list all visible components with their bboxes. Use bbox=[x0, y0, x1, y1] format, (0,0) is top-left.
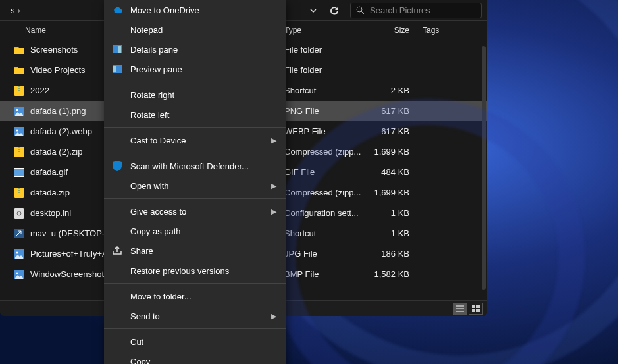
menu-item[interactable]: Notepad bbox=[104, 20, 286, 39]
menu-item[interactable]: Restore previous versions bbox=[104, 261, 286, 280]
menu-separator bbox=[104, 283, 286, 284]
column-header-type[interactable]: Type bbox=[284, 26, 365, 35]
svg-point-16 bbox=[16, 251, 18, 253]
file-type: Shortcut bbox=[284, 228, 365, 238]
link-icon bbox=[13, 228, 25, 240]
svg-rect-1 bbox=[14, 48, 24, 54]
menu-separator bbox=[104, 198, 286, 199]
search-input[interactable]: Search Pictures bbox=[350, 3, 482, 18]
thumbnails-view-button[interactable] bbox=[469, 303, 483, 315]
menu-item[interactable]: Share bbox=[104, 241, 286, 261]
file-size: 617 KB bbox=[365, 106, 416, 116]
menu-item[interactable]: Move to OneDrive bbox=[104, 0, 286, 20]
chevron-right-icon: ▶ bbox=[271, 312, 276, 321]
menu-separator bbox=[104, 153, 286, 153]
menu-item[interactable]: Copy bbox=[104, 351, 286, 364]
search-placeholder: Search Pictures bbox=[370, 5, 430, 15]
menu-item-label: Restore previous versions bbox=[130, 266, 229, 276]
file-type: Compressed (zipp... bbox=[284, 188, 365, 197]
menu-item-label: Share bbox=[130, 246, 153, 256]
share-icon bbox=[112, 246, 122, 256]
menu-item-label: Details pane bbox=[130, 45, 178, 55]
chevron-right-icon: › bbox=[18, 5, 20, 15]
menu-item[interactable]: Copy as path bbox=[104, 221, 286, 241]
menu-item-label: Give access to bbox=[130, 207, 186, 217]
chevron-right-icon: ▶ bbox=[271, 207, 276, 216]
menu-separator bbox=[104, 328, 286, 329]
file-size: 617 KB bbox=[365, 126, 416, 136]
svg-rect-26 bbox=[113, 66, 116, 72]
menu-item-label: Send to bbox=[130, 311, 160, 321]
details-icon bbox=[112, 44, 122, 55]
chevron-right-icon: ▶ bbox=[271, 136, 276, 145]
menu-item-label: Notepad bbox=[130, 25, 163, 35]
menu-item-label: Rotate left bbox=[130, 110, 169, 120]
svg-rect-24 bbox=[118, 46, 121, 53]
menu-separator bbox=[104, 127, 286, 128]
folder-icon bbox=[13, 65, 25, 76]
file-size: 1,699 KB bbox=[365, 147, 416, 157]
menu-item[interactable]: Details pane bbox=[104, 39, 286, 59]
menu-item-label: Open with bbox=[130, 181, 169, 191]
menu-item[interactable]: Cut bbox=[104, 332, 286, 351]
menu-separator bbox=[104, 82, 286, 82]
image-icon bbox=[13, 248, 25, 260]
menu-item[interactable]: Scan with Microsoft Defender... bbox=[104, 156, 286, 176]
file-size: 484 KB bbox=[365, 167, 416, 177]
column-header-tags[interactable]: Tags bbox=[416, 26, 487, 35]
menu-item[interactable]: Move to folder... bbox=[104, 286, 286, 306]
menu-item[interactable]: Give access to▶ bbox=[104, 201, 286, 221]
svg-point-7 bbox=[16, 129, 18, 131]
menu-item-label: Copy bbox=[130, 357, 150, 365]
file-type: File folder bbox=[284, 65, 365, 75]
svg-rect-22 bbox=[476, 309, 480, 312]
svg-rect-21 bbox=[472, 309, 475, 312]
chevron-right-icon: ▶ bbox=[271, 182, 276, 190]
onedrive-icon bbox=[112, 5, 122, 15]
image-icon bbox=[13, 105, 25, 117]
file-type: Shortcut bbox=[284, 86, 365, 95]
file-size: 1 KB bbox=[365, 228, 416, 238]
file-size: 1,699 KB bbox=[365, 188, 416, 197]
image-icon bbox=[13, 269, 25, 280]
scrollbar[interactable] bbox=[482, 46, 486, 290]
menu-item-label: Cut bbox=[130, 337, 143, 347]
column-header-size[interactable]: Size bbox=[365, 26, 416, 35]
file-type: PNG File bbox=[284, 106, 365, 116]
menu-item-label: Cast to Device bbox=[130, 136, 186, 145]
file-type: Configuration sett... bbox=[284, 208, 365, 218]
menu-item-label: Move to OneDrive bbox=[130, 5, 199, 15]
svg-rect-14 bbox=[14, 229, 24, 238]
menu-item[interactable]: Rotate left bbox=[104, 105, 286, 124]
shield-icon bbox=[112, 161, 122, 171]
svg-point-18 bbox=[16, 272, 18, 274]
menu-item[interactable]: Open with▶ bbox=[104, 176, 286, 195]
refresh-button[interactable] bbox=[324, 1, 345, 20]
svg-point-5 bbox=[16, 109, 18, 111]
menu-item-label: Copy as path bbox=[130, 226, 181, 236]
svg-point-0 bbox=[357, 7, 362, 12]
menu-item[interactable]: Send to▶ bbox=[104, 306, 286, 326]
svg-rect-20 bbox=[476, 305, 480, 308]
menu-item-label: Rotate right bbox=[130, 90, 174, 100]
breadcrumb-segment: s bbox=[11, 5, 15, 15]
file-type: JPG File bbox=[284, 249, 365, 259]
details-view-button[interactable] bbox=[453, 303, 467, 315]
folder-icon bbox=[13, 44, 25, 56]
file-size: 1,582 KB bbox=[365, 269, 416, 279]
menu-item-label: Move to folder... bbox=[130, 292, 192, 301]
zip-icon bbox=[13, 187, 25, 199]
file-type: Compressed (zipp... bbox=[284, 147, 365, 157]
menu-item-label: Scan with Microsoft Defender... bbox=[130, 161, 249, 171]
menu-item[interactable]: Cast to Device▶ bbox=[104, 130, 286, 150]
menu-item[interactable]: Preview pane bbox=[104, 59, 286, 79]
file-type: WEBP File bbox=[284, 126, 365, 136]
image-icon bbox=[13, 126, 25, 138]
svg-rect-10 bbox=[14, 169, 24, 176]
file-type: BMP File bbox=[284, 269, 365, 279]
history-dropdown-button[interactable] bbox=[303, 1, 324, 20]
menu-item[interactable]: Rotate right bbox=[104, 85, 286, 105]
search-icon bbox=[356, 6, 365, 14]
svg-rect-19 bbox=[472, 305, 475, 308]
file-size: 1 KB bbox=[365, 208, 416, 218]
